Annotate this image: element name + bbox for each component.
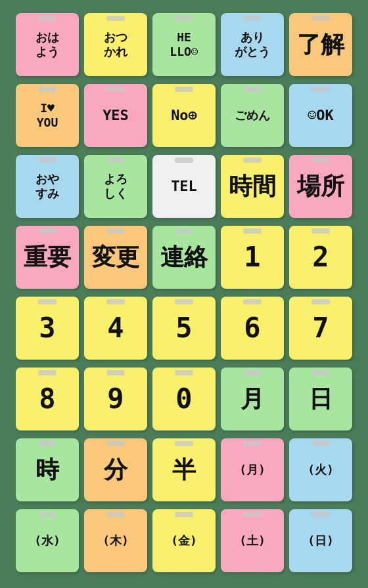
card-text-doyou: (土) [239, 534, 265, 548]
card-mokuyou[interactable]: (木) [84, 509, 147, 572]
card-yes[interactable]: YES [84, 84, 147, 147]
card-renraku[interactable]: 連絡 [152, 226, 216, 289]
card-text-jikan: 時間 [229, 172, 276, 200]
card-text-kinyou: (金) [171, 534, 197, 548]
card-tsuki[interactable]: 月 [221, 368, 284, 430]
card-7[interactable]: 7 [289, 297, 352, 360]
card-otsukaré[interactable]: おつ かれ [84, 13, 147, 76]
card-oyasumi[interactable]: おや すみ [16, 155, 79, 218]
card-kayou[interactable]: (火) [289, 438, 352, 501]
emoji-grid: おは ようおつ かれHE LLO☺あり がとう了解I♥ YOUYESNo⊕ごめん… [5, 3, 363, 585]
card-text-6: 6 [244, 312, 260, 345]
card-i-love-you[interactable]: I♥ YOU [16, 84, 79, 147]
card-8[interactable]: 8 [16, 368, 79, 430]
card-henkou[interactable]: 変更 [84, 226, 147, 289]
card-text-ji: 時 [35, 455, 59, 484]
card-suiyou[interactable]: (水) [16, 509, 79, 572]
card-text-2: 2 [312, 241, 329, 274]
card-text-9: 9 [107, 383, 124, 415]
card-ji[interactable]: 時 [16, 438, 79, 501]
card-juyou[interactable]: 重要 [16, 226, 79, 289]
card-text-3: 3 [39, 312, 55, 345]
card-text-kayou: (火) [308, 463, 334, 477]
card-2[interactable]: 2 [289, 226, 352, 289]
card-text-fun: 分 [104, 455, 127, 484]
card-text-otsukaré: おつ かれ [104, 30, 127, 58]
card-text-nichi: 日 [309, 385, 333, 413]
card-basho[interactable]: 場所 [289, 155, 352, 218]
card-text-ok: ☺OK [308, 107, 334, 124]
card-getsuyou[interactable]: (月) [221, 438, 284, 501]
card-text-4: 4 [107, 312, 124, 345]
card-jikan[interactable]: 時間 [221, 155, 284, 218]
card-text-nichiyou: (日) [308, 534, 334, 548]
card-9[interactable]: 9 [84, 368, 147, 430]
card-hello[interactable]: HE LLO☺ [152, 13, 216, 76]
card-text-tel: TEL [171, 178, 197, 195]
card-text-renraku: 連絡 [160, 243, 208, 271]
card-text-8: 8 [39, 383, 55, 415]
card-text-5: 5 [175, 312, 192, 345]
card-doyou[interactable]: (土) [221, 509, 284, 572]
card-text-yes: YES [103, 107, 129, 124]
card-fun[interactable]: 分 [84, 438, 147, 501]
card-ryoukai[interactable]: 了解 [289, 13, 352, 76]
card-text-ryoukai: 了解 [297, 30, 344, 58]
card-text-han: 半 [172, 455, 196, 484]
card-tel[interactable]: TEL [152, 155, 216, 218]
card-yoroshiku[interactable]: よろ しく [84, 155, 147, 218]
card-ok[interactable]: ☺OK [289, 84, 352, 147]
card-arigatou[interactable]: あり がとう [221, 13, 284, 76]
card-ohayou[interactable]: おは よう [16, 13, 79, 76]
card-text-henkou: 変更 [92, 243, 139, 271]
card-nichiyou[interactable]: (日) [289, 509, 352, 572]
card-text-i-love-you: I♥ YOU [37, 101, 58, 129]
card-nichi[interactable]: 日 [289, 368, 352, 430]
card-text-juyou: 重要 [24, 243, 71, 271]
card-6[interactable]: 6 [221, 297, 284, 360]
card-text-basho: 場所 [297, 172, 344, 200]
card-no[interactable]: No⊕ [152, 84, 216, 147]
card-text-hello: HE LLO☺ [170, 30, 198, 58]
card-text-getsuyou: (月) [239, 463, 265, 477]
card-0[interactable]: 0 [152, 368, 216, 430]
card-4[interactable]: 4 [84, 297, 147, 360]
card-text-arigatou: あり がとう [235, 30, 270, 58]
card-text-oyasumi: おや すみ [35, 172, 59, 200]
card-5[interactable]: 5 [152, 297, 216, 360]
card-han[interactable]: 半 [152, 438, 216, 501]
card-text-7: 7 [312, 312, 329, 345]
card-text-0: 0 [175, 383, 192, 415]
card-text-no: No⊕ [171, 107, 197, 124]
card-kinyou[interactable]: (金) [152, 509, 216, 572]
card-gomen[interactable]: ごめん [221, 84, 284, 147]
card-3[interactable]: 3 [16, 297, 79, 360]
card-text-tsuki: 月 [241, 385, 264, 413]
card-text-suiyou: (水) [34, 534, 60, 548]
card-text-1: 1 [244, 241, 260, 274]
card-text-ohayou: おは よう [35, 30, 59, 58]
card-text-gomen: ごめん [235, 108, 270, 123]
card-1[interactable]: 1 [221, 226, 284, 289]
card-text-mokuyou: (木) [103, 534, 129, 548]
card-text-yoroshiku: よろ しく [104, 172, 127, 200]
